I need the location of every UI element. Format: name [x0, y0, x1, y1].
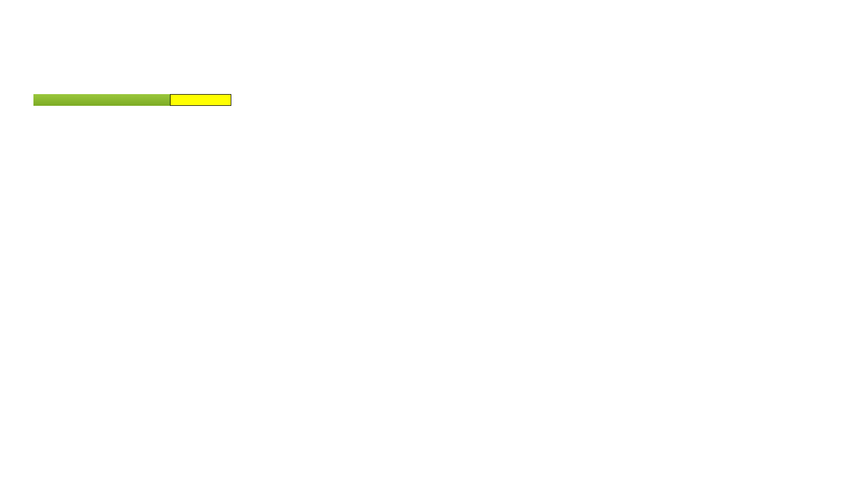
back-to-content-link[interactable]: [782, 9, 843, 36]
spreadsheet: [0, 0, 865, 504]
financial-year-input-cell[interactable]: [170, 94, 231, 106]
financial-year-label-cell: [33, 94, 170, 106]
